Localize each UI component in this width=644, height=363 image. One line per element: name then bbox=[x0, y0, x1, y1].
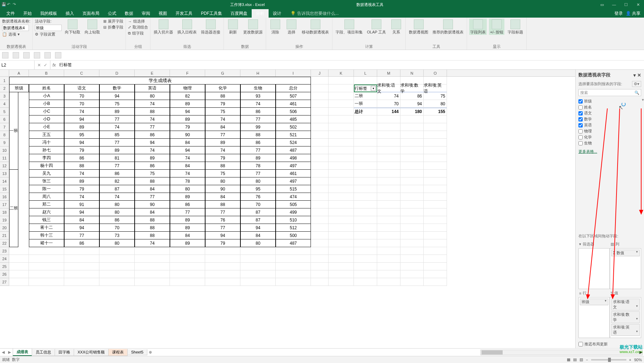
qa-icon-4[interactable] bbox=[34, 52, 40, 58]
select-button[interactable]: 选择 bbox=[284, 19, 299, 35]
cell[interactable] bbox=[424, 278, 447, 286]
table-cell[interactable]: 90 bbox=[205, 185, 240, 193]
sheet-tab[interactable]: 田字格 bbox=[55, 349, 74, 356]
ribbon-display-icon[interactable]: ▭ bbox=[596, 0, 608, 9]
col-header[interactable]: J bbox=[311, 70, 329, 76]
cell[interactable] bbox=[354, 201, 377, 208]
table-cell[interactable]: 74 bbox=[135, 115, 170, 123]
table-cell[interactable]: 84 bbox=[170, 162, 205, 170]
cell[interactable] bbox=[311, 208, 329, 216]
cell[interactable] bbox=[329, 208, 354, 216]
cell[interactable] bbox=[354, 247, 377, 255]
sheet-nav-next-icon[interactable]: ▶ bbox=[6, 350, 13, 355]
field-list-button[interactable]: 字段列表 bbox=[469, 19, 487, 35]
sheet-tab[interactable]: Sheet5 bbox=[127, 349, 147, 355]
qa-icon-6[interactable] bbox=[55, 52, 61, 58]
tab-file[interactable]: 文件 bbox=[2, 9, 19, 18]
pivot-row-label-header[interactable]: 行标签▾ bbox=[354, 85, 377, 92]
cell[interactable] bbox=[354, 177, 377, 185]
table-cell[interactable]: 77 bbox=[135, 123, 170, 131]
table-cell[interactable]: 94 bbox=[64, 139, 99, 146]
table-cell[interactable]: 杨十四 bbox=[29, 162, 64, 170]
cell[interactable] bbox=[329, 108, 354, 115]
table-cell[interactable]: 74 bbox=[205, 115, 240, 123]
table-cell[interactable]: 88 bbox=[135, 177, 170, 185]
table-cell[interactable]: 515 bbox=[276, 185, 311, 193]
cell[interactable] bbox=[9, 263, 29, 270]
tab-formulas[interactable]: 公式 bbox=[104, 9, 121, 18]
table-cell[interactable]: 75 bbox=[99, 100, 135, 108]
table-cell[interactable]: 84 bbox=[64, 216, 99, 224]
pivot-chart-button[interactable]: 数据透视图 bbox=[408, 19, 429, 35]
row-header[interactable]: 27 bbox=[0, 278, 9, 286]
defer-layout-checkbox[interactable] bbox=[578, 342, 583, 346]
table-cell[interactable]: 77 bbox=[240, 146, 276, 154]
field-checkbox[interactable] bbox=[578, 135, 583, 139]
olap-tools-button[interactable]: OLAP 工具 bbox=[366, 19, 387, 35]
cell[interactable] bbox=[329, 247, 354, 255]
table-header-cell[interactable]: 数学 bbox=[99, 85, 135, 92]
table-cell[interactable]: 84 bbox=[135, 208, 170, 216]
table-cell[interactable]: 70 bbox=[99, 224, 135, 232]
row-header[interactable]: 9 bbox=[0, 139, 9, 146]
table-cell[interactable]: 74 bbox=[64, 170, 99, 177]
field-headers-button[interactable]: 字段标题 bbox=[507, 19, 524, 35]
table-cell[interactable]: 74 bbox=[64, 108, 99, 115]
cell[interactable] bbox=[311, 146, 329, 154]
plus-minus-buttons[interactable]: +/- 按钮 bbox=[489, 19, 504, 35]
cell[interactable] bbox=[311, 77, 329, 85]
cell[interactable] bbox=[205, 263, 240, 270]
cell[interactable] bbox=[354, 193, 377, 201]
row-header[interactable]: 6 bbox=[0, 115, 9, 123]
cell[interactable] bbox=[64, 278, 99, 286]
tab-developer[interactable]: 开发工具 bbox=[171, 9, 197, 18]
table-cell[interactable]: 510 bbox=[276, 216, 311, 224]
cell[interactable] bbox=[135, 270, 170, 278]
col-header[interactable]: D bbox=[99, 70, 135, 76]
cell[interactable] bbox=[400, 239, 424, 247]
tell-me-search[interactable]: 💡 告诉我您想要做什么... bbox=[290, 9, 339, 18]
cell[interactable] bbox=[377, 278, 400, 286]
field-checkbox[interactable] bbox=[578, 99, 583, 104]
cell[interactable] bbox=[400, 185, 424, 193]
table-cell[interactable]: 小E bbox=[29, 123, 64, 131]
table-cell[interactable]: 80 bbox=[99, 239, 135, 247]
value-chip[interactable]: 求和项:语文 bbox=[611, 299, 640, 311]
cell[interactable] bbox=[377, 270, 400, 278]
cell[interactable] bbox=[329, 193, 354, 201]
table-cell[interactable]: 89 bbox=[64, 177, 99, 185]
cell[interactable] bbox=[424, 131, 447, 139]
table-header-cell[interactable]: 英语 bbox=[135, 85, 170, 92]
cell[interactable] bbox=[205, 247, 240, 255]
zoom-in-icon[interactable]: + bbox=[629, 358, 631, 362]
cell[interactable] bbox=[311, 108, 329, 115]
table-cell[interactable]: 75 bbox=[135, 170, 170, 177]
table-cell[interactable]: 88 bbox=[135, 224, 170, 232]
cell[interactable] bbox=[329, 154, 354, 162]
table-header-cell[interactable]: 物理 bbox=[170, 85, 205, 92]
cell[interactable] bbox=[29, 278, 64, 286]
table-cell[interactable]: 94 bbox=[99, 92, 135, 100]
minimize-icon[interactable]: — bbox=[608, 0, 620, 9]
cell[interactable] bbox=[424, 139, 447, 146]
field-list-gear-icon[interactable]: ⚙▾ bbox=[632, 81, 641, 87]
expand-field-button[interactable]: ⊞ 展开字段 bbox=[103, 19, 123, 24]
table-cell[interactable]: 80 bbox=[135, 92, 170, 100]
row-header[interactable]: 22 bbox=[0, 239, 9, 247]
cell[interactable] bbox=[400, 115, 424, 123]
table-cell[interactable]: 502 bbox=[276, 123, 311, 131]
table-cell[interactable]: 88 bbox=[135, 232, 170, 239]
row-header[interactable]: 2 bbox=[0, 85, 9, 92]
table-header-cell[interactable]: 班级 bbox=[9, 85, 29, 92]
sheet-tab[interactable]: 课程表 bbox=[108, 349, 128, 356]
undo-icon[interactable]: ↶ bbox=[7, 2, 12, 7]
cell[interactable] bbox=[276, 255, 311, 263]
cell[interactable] bbox=[377, 170, 400, 177]
table-cell[interactable]: 74 bbox=[205, 146, 240, 154]
table-cell[interactable]: 89 bbox=[240, 154, 276, 162]
table-cell[interactable]: 86 bbox=[99, 216, 135, 224]
table-cell[interactable]: 小D bbox=[29, 115, 64, 123]
row-header[interactable]: 14 bbox=[0, 177, 9, 185]
refresh-button[interactable]: 刷新 bbox=[226, 19, 240, 35]
table-cell[interactable]: 498 bbox=[276, 154, 311, 162]
